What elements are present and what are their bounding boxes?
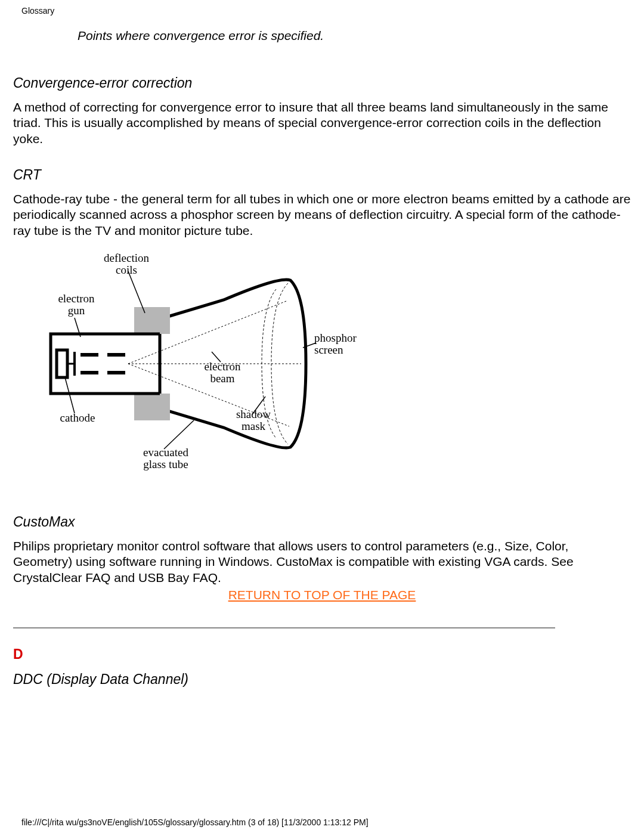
- label-line: glass tube: [143, 458, 188, 470]
- entry-customax: CustoMax Philips proprietary monitor con…: [13, 514, 631, 586]
- label-line: electron: [58, 292, 94, 305]
- label-electron-gun: electron gun: [49, 293, 103, 317]
- label-phosphor-screen: phosphor screen: [314, 332, 374, 356]
- section-letter-d: D: [13, 646, 23, 662]
- svg-rect-1: [134, 394, 170, 420]
- svg-line-18: [164, 420, 194, 449]
- label-line: mask: [242, 420, 265, 432]
- page: Glossary Points where convergence error …: [0, 0, 644, 833]
- page-header-title: Glossary: [21, 6, 54, 16]
- svg-rect-2: [57, 350, 67, 377]
- svg-line-12: [128, 271, 145, 313]
- label-shadow-mask: shadow mask: [224, 408, 283, 432]
- entry-body: Cathode-ray tube - the general term for …: [13, 191, 631, 239]
- return-to-top-link[interactable]: RETURN TO TOP OF THE PAGE: [228, 588, 416, 602]
- label-line: coils: [116, 264, 137, 276]
- entry-heading: CRT: [13, 167, 631, 183]
- label-line: electron: [204, 360, 240, 373]
- label-electron-beam: electron beam: [193, 361, 252, 385]
- label-line: evacuated: [143, 446, 188, 459]
- svg-rect-0: [134, 307, 170, 334]
- label-evacuated-glass-tube: evacuated glass tube: [127, 447, 205, 470]
- label-cathode: cathode: [51, 412, 104, 424]
- label-line: shadow: [236, 408, 271, 420]
- svg-line-16: [65, 377, 75, 413]
- entry-body: A method of correcting for convergence e…: [13, 100, 631, 147]
- section-divider: [13, 627, 555, 628]
- label-deflection-coils: deflection coils: [94, 252, 159, 276]
- label-line: screen: [314, 343, 343, 356]
- entry-crt: CRT Cathode-ray tube - the general term …: [13, 167, 631, 239]
- entry-heading: DDC (Display Data Channel): [13, 671, 631, 688]
- return-to-top-container: RETURN TO TOP OF THE PAGE: [0, 588, 644, 602]
- label-line: phosphor: [314, 332, 357, 344]
- entry-heading: Convergence-error correction: [13, 75, 631, 91]
- entry-ddc: DDC (Display Data Channel): [13, 671, 631, 688]
- label-line: gun: [68, 304, 85, 317]
- entry-body: Philips proprietary monitor control soft…: [13, 538, 631, 586]
- crt-diagram: deflection coils electron gun phosphor s…: [39, 247, 374, 486]
- entry-convergence-correction: Convergence-error correction A method of…: [13, 75, 631, 147]
- figure-caption: Points where convergence error is specif…: [78, 29, 324, 43]
- footer-path: file:///C|/rita wu/gs3noVE/english/105S/…: [21, 817, 369, 827]
- label-line: beam: [210, 372, 234, 385]
- label-line: deflection: [104, 252, 149, 264]
- entry-heading: CustoMax: [13, 514, 631, 530]
